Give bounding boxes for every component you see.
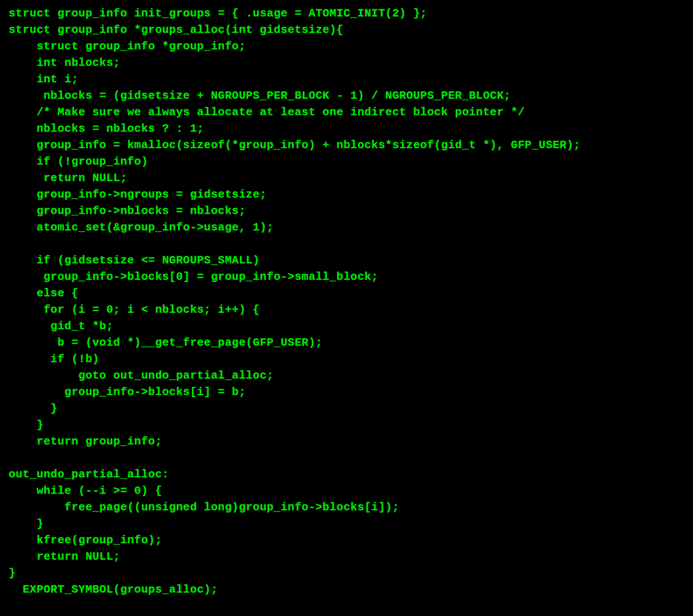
source-code-block: struct group_info init_groups = { .usage… <box>0 0 693 606</box>
